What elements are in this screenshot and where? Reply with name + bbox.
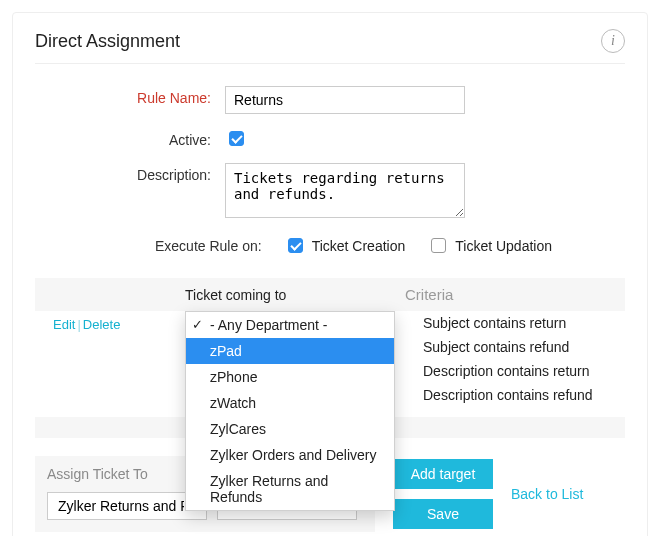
assign-department-select[interactable]: Zylker Returns and Refunds — [47, 492, 207, 520]
info-icon[interactable]: i — [601, 29, 625, 53]
label-active: Active: — [35, 128, 225, 148]
label-execute-on: Execute Rule on: — [155, 238, 262, 254]
rules-body: Edit|Delete - Any Department - zPadzPhon… — [35, 311, 625, 417]
edit-link[interactable]: Edit — [53, 317, 75, 332]
exec-ticket-creation[interactable]: Ticket Creation — [284, 235, 406, 256]
row-execute-on: Execute Rule on: Ticket Creation Ticket … — [35, 235, 625, 256]
dropdown-option[interactable]: Zylker Returns and Refunds — [186, 468, 394, 510]
criteria-item: Subject contains refund — [423, 335, 615, 359]
dropdown-option[interactable]: - Any Department - — [186, 312, 394, 338]
exec-ticket-updation[interactable]: Ticket Updation — [427, 235, 552, 256]
exec-updation-label: Ticket Updation — [455, 238, 552, 254]
department-dropdown-list[interactable]: - Any Department - zPadzPhonezWatchZylCa… — [185, 311, 395, 511]
exec-creation-label: Ticket Creation — [312, 238, 406, 254]
col-ticket-coming-to: Ticket coming to — [185, 287, 405, 303]
rule-row-actions: Edit|Delete — [45, 311, 115, 332]
panel-header: Direct Assignment i — [35, 29, 625, 63]
row-rule-name: Rule Name: — [35, 86, 625, 114]
rule-name-input[interactable] — [225, 86, 465, 114]
label-rule-name: Rule Name: — [35, 86, 225, 106]
dropdown-option[interactable]: zWatch — [186, 390, 394, 416]
divider — [35, 63, 625, 64]
label-description: Description: — [35, 163, 225, 183]
save-button[interactable]: Save — [393, 499, 493, 529]
rules-box: Ticket coming to Criteria Edit|Delete - … — [35, 278, 625, 438]
back-to-list-link[interactable]: Back to List — [511, 486, 583, 502]
page-title: Direct Assignment — [35, 31, 180, 52]
dropdown-option[interactable]: ZylCares — [186, 416, 394, 442]
dropdown-option[interactable]: Zylker Orders and Delivery — [186, 442, 394, 468]
add-target-button[interactable]: Add target — [393, 459, 493, 489]
col-criteria: Criteria — [405, 286, 615, 303]
direct-assignment-panel: Direct Assignment i Rule Name: Active: D… — [12, 12, 648, 536]
action-buttons: Add target Save — [393, 459, 493, 529]
criteria-item: Subject contains return — [423, 311, 615, 335]
active-checkbox[interactable] — [229, 131, 244, 146]
checkbox-updation[interactable] — [431, 238, 446, 253]
criteria-list: Subject contains returnSubject contains … — [395, 311, 615, 407]
row-description: Description: Tickets regarding returns a… — [35, 163, 625, 221]
row-active: Active: — [35, 128, 625, 149]
criteria-item: Description contains refund — [423, 383, 615, 407]
dropdown-option[interactable]: zPad — [186, 338, 394, 364]
criteria-item: Description contains return — [423, 359, 615, 383]
delete-link[interactable]: Delete — [83, 317, 121, 332]
description-textarea[interactable]: Tickets regarding returns and refunds. — [225, 163, 465, 218]
dropdown-option[interactable]: zPhone — [186, 364, 394, 390]
checkbox-creation[interactable] — [288, 238, 303, 253]
rules-header: Ticket coming to Criteria — [35, 278, 625, 311]
